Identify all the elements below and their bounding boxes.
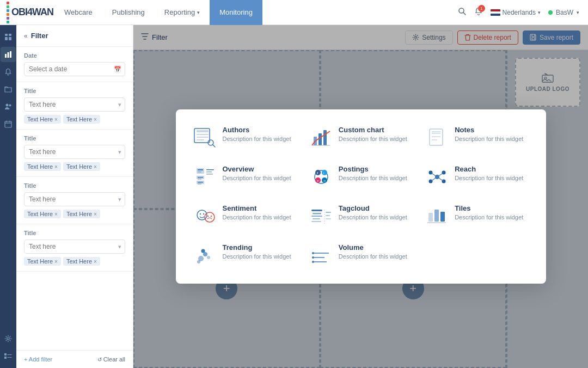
chevron-down-icon: ▾ — [118, 101, 121, 108]
language-selector[interactable]: Nederlands ▾ — [491, 9, 541, 16]
search-button[interactable] — [458, 7, 467, 18]
tiles-desc: Description for this widget — [455, 213, 528, 222]
volume-info: Volume Description for this widget — [339, 243, 412, 261]
svg-rect-4 — [5, 37, 8, 40]
filter-back-icon[interactable]: « — [24, 32, 28, 40]
widget-picker-modal: Authors Description for this widget — [176, 109, 546, 284]
svg-point-83 — [197, 260, 200, 263]
svg-line-1 — [463, 13, 465, 15]
widget-picker-modal-overlay[interactable]: Authors Description for this widget — [133, 25, 588, 368]
volume-desc: Description for this widget — [339, 253, 412, 261]
svg-rect-20 — [197, 139, 204, 140]
remove-tag-icon[interactable]: × — [54, 116, 58, 122]
filter-title-input-2[interactable] — [24, 145, 125, 159]
filter-date-input[interactable] — [24, 62, 125, 76]
remove-tag-icon[interactable]: × — [54, 259, 58, 265]
filter-title-section-3: Title ▾ Text Here× Text Here× — [16, 177, 133, 224]
svg-rect-18 — [197, 134, 209, 135]
clear-all-button[interactable]: ↺ Clear all — [97, 356, 125, 363]
widget-item-custom-chart[interactable]: Custom chart Description for this widget — [305, 122, 416, 153]
chevron-down-icon: ▾ — [118, 196, 121, 203]
svg-text:in: in — [323, 180, 326, 182]
svg-rect-74 — [326, 212, 331, 213]
svg-rect-36 — [198, 171, 201, 173]
sidebar-folder-icon[interactable] — [1, 82, 16, 97]
sidebar-people-icon[interactable] — [1, 99, 16, 114]
notifications-button[interactable]: 1 — [474, 7, 483, 18]
svg-rect-68 — [311, 210, 322, 211]
tiles-icon — [425, 204, 449, 228]
widget-item-overview[interactable]: Overview Description for this widget — [189, 162, 301, 192]
user-menu[interactable]: BasW ▾ — [548, 9, 579, 16]
postings-desc: Description for this widget — [339, 174, 412, 182]
sentiment-desc: Description for this widget — [223, 213, 296, 222]
remove-tag-icon[interactable]: × — [94, 116, 97, 122]
nav-reporting[interactable]: Reporting ▾ — [155, 0, 210, 25]
user-chevron-icon: ▾ — [577, 10, 579, 15]
sidebar-bell-icon[interactable] — [1, 64, 16, 79]
sentiment-name: Sentiment — [223, 204, 296, 212]
reach-desc: Description for this widget — [455, 174, 528, 182]
sidebar-calendar-icon[interactable] — [1, 116, 16, 132]
widget-item-tagcloud[interactable]: Tagcloud Description for this widget — [305, 201, 416, 231]
sidebar-chart-icon[interactable] — [1, 47, 16, 62]
nav-monitoring[interactable]: Monitoring — [210, 0, 262, 25]
svg-rect-79 — [440, 212, 445, 222]
content-area: Filter Settings Delete report Save repor… — [133, 25, 588, 368]
svg-point-84 — [201, 249, 205, 253]
svg-rect-39 — [198, 182, 203, 183]
widget-item-notes[interactable]: Notes Description for this widget — [421, 122, 532, 153]
widget-item-sentiment[interactable]: Sentiment Description for this widget — [189, 201, 301, 231]
widget-item-volume[interactable]: Volume Description for this widget — [305, 240, 416, 271]
reach-name: Reach — [455, 165, 528, 173]
svg-rect-69 — [313, 213, 321, 214]
filter-header: « Filter — [16, 25, 133, 47]
filter-title-input-1[interactable] — [24, 97, 125, 112]
svg-point-67 — [210, 216, 211, 217]
remove-tag-icon[interactable]: × — [94, 259, 97, 265]
add-filter-button[interactable]: + Add filter — [24, 356, 52, 363]
sidebar-settings-icon[interactable] — [1, 331, 16, 346]
logo-area: OBI4WAN — [0, 2, 54, 23]
remove-tag-icon[interactable]: × — [94, 211, 97, 217]
svg-point-45 — [315, 170, 321, 175]
notification-badge: 1 — [478, 5, 485, 12]
svg-rect-24 — [318, 133, 322, 145]
authors-desc: Description for this widget — [223, 135, 296, 143]
trending-info: Trending Description for this widget — [223, 243, 296, 261]
nav-publishing[interactable]: Publishing — [102, 0, 155, 25]
svg-rect-70 — [311, 216, 322, 217]
widget-item-postings[interactable]: f t in in Postings Description f — [305, 162, 416, 192]
svg-rect-77 — [428, 213, 433, 222]
sentiment-icon — [193, 204, 217, 228]
widget-item-tiles[interactable]: Tiles Description for this widget — [421, 201, 532, 231]
postings-info: Postings Description for this widget — [339, 165, 412, 182]
sidebar-home-icon[interactable] — [1, 29, 16, 45]
nav-webcare[interactable]: Webcare — [54, 0, 102, 25]
logo-dots — [7, 2, 9, 23]
remove-tag-icon[interactable]: × — [54, 164, 58, 170]
sidebar-icons — [0, 25, 16, 368]
widget-item-reach[interactable]: Reach Description for this widget — [421, 162, 532, 192]
svg-point-66 — [207, 216, 208, 217]
svg-rect-37 — [198, 177, 203, 178]
postings-name: Postings — [339, 165, 412, 173]
filter-tag: Text Here× — [63, 115, 100, 124]
filter-title-section-2: Title ▾ Text Here× Text Here× — [16, 130, 133, 177]
svg-rect-17 — [197, 130, 209, 132]
filter-title-label-4: Title — [24, 230, 125, 236]
widget-item-trending[interactable]: Trending Description for this widget — [189, 240, 301, 271]
remove-tag-icon[interactable]: × — [54, 211, 58, 217]
filter-title-input-4[interactable] — [24, 240, 125, 254]
sidebar-expand-icon[interactable] — [1, 348, 16, 364]
widget-item-authors[interactable]: Authors Description for this widget — [189, 122, 301, 153]
svg-rect-75 — [326, 215, 330, 216]
custom-chart-info: Custom chart Description for this widget — [339, 126, 412, 143]
logo-text: OBI4WAN — [11, 7, 53, 18]
filter-title-input-3[interactable] — [24, 192, 125, 206]
widget-grid: Authors Description for this widget — [189, 122, 533, 271]
svg-rect-8 — [10, 51, 11, 58]
nav-menu: Webcare Publishing Reporting ▾ Monitorin… — [54, 0, 449, 25]
remove-tag-icon[interactable]: × — [94, 164, 97, 170]
svg-point-10 — [9, 105, 11, 107]
